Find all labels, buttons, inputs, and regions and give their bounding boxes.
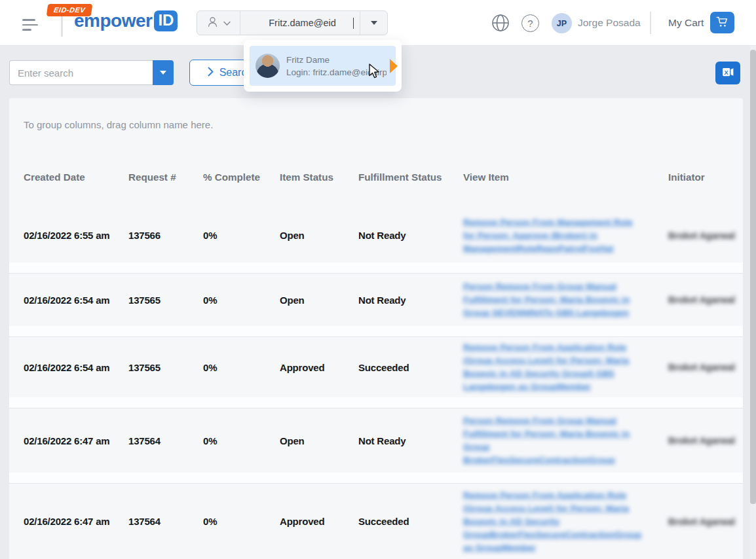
grid-body: 02/16/2022 6:55 am 137566 0% Open Not Re… <box>9 208 743 559</box>
cell-item-status: Open <box>280 295 358 306</box>
search-options-dropdown[interactable] <box>153 60 174 85</box>
table-row: 02/16/2022 6:54 am 137565 0% Open Not Re… <box>9 274 743 337</box>
view-item-line: Person Remove From Group Manual <box>463 280 646 293</box>
my-cart-label[interactable]: My Cart <box>668 17 704 29</box>
row-spacer <box>9 262 743 273</box>
cell-created-date: 02/16/2022 6:54 am <box>24 362 128 373</box>
column-header-initiator[interactable]: Initiator <box>668 171 743 183</box>
svg-text:X: X <box>724 69 728 76</box>
cell-fulfillment-status: Not Ready <box>358 230 463 241</box>
cell-created-date: 02/16/2022 6:55 am <box>24 230 128 241</box>
column-header-request[interactable]: Request # <box>128 171 203 183</box>
chevron-down-icon <box>223 17 231 29</box>
cart-button[interactable] <box>710 12 734 33</box>
cell-percent-complete: 0% <box>203 516 280 527</box>
cell-created-date: 02/16/2022 6:47 am <box>24 516 128 527</box>
column-header-complete[interactable]: % Complete <box>203 171 280 183</box>
suggestion-avatar <box>255 54 280 78</box>
grid-header-row: Created Date Request # % Complete Item S… <box>9 171 743 183</box>
table-row: 02/16/2022 6:47 am 137564 0% Open Not Re… <box>9 408 743 484</box>
table-row: 02/16/2022 6:54 am 137565 0% Approved Su… <box>9 337 743 408</box>
excel-icon: X <box>721 65 735 81</box>
cell-request-number: 137566 <box>128 230 203 241</box>
view-item-line: (Group Access Level) for Person: Maria <box>463 354 646 367</box>
user-name[interactable]: Jorge Posada <box>578 17 641 29</box>
view-item-line: (Group Access Level) for Person: Maria <box>463 502 646 515</box>
view-item-link[interactable]: Remove Person From Application Role (Gro… <box>463 341 668 393</box>
vertical-scrollbar[interactable] <box>750 46 756 559</box>
column-header-view-item[interactable]: View Item <box>463 171 668 183</box>
identity-search-control <box>197 10 388 35</box>
table-row: 02/16/2022 6:47 am 137564 0% Approved Su… <box>9 484 743 559</box>
view-item-link[interactable]: Remove Person From Management Role for P… <box>463 216 668 255</box>
identity-search-dropdown[interactable] <box>360 11 387 35</box>
cell-fulfillment-status: Not Ready <box>358 435 463 446</box>
view-item-line: Person Remove From Group Manual <box>463 414 646 427</box>
identity-search-field-wrap <box>240 11 360 35</box>
view-item-line: Remove Person From Application Role <box>463 489 646 502</box>
cell-fulfillment-status: Succeeded <box>358 362 463 373</box>
language-globe-icon[interactable] <box>491 14 510 32</box>
cart-icon <box>716 16 728 29</box>
help-icon[interactable]: ? <box>521 14 539 32</box>
search-input[interactable] <box>9 60 153 85</box>
cell-item-status: Approved <box>280 362 358 373</box>
cell-initiator: Broket Agarwal <box>668 435 743 446</box>
view-item-line: as GroupMember <box>463 541 646 554</box>
cell-initiator: Broket Agarwal <box>668 295 743 305</box>
cell-created-date: 02/16/2022 6:54 am <box>24 295 128 306</box>
mouse-cursor <box>368 63 382 82</box>
row-spacer <box>9 326 743 336</box>
logo-divider <box>61 14 63 37</box>
cell-initiator: Broket Agarwal <box>668 362 743 372</box>
view-item-line: for Person: Approve (Broken) in <box>463 229 646 242</box>
dropdown-arrow-icon <box>160 71 166 75</box>
view-item-line: Remove Person From Application Role <box>463 341 646 354</box>
column-header-created-date[interactable]: Created Date <box>24 171 128 183</box>
identity-search-input[interactable] <box>247 18 358 28</box>
cell-initiator: Broket Agarwal <box>668 230 743 241</box>
cell-percent-complete: 0% <box>203 230 280 241</box>
view-item-link[interactable]: Person Remove From Group Manual Fulfillm… <box>463 280 668 319</box>
export-excel-button[interactable]: X <box>715 62 740 84</box>
view-item-line: ManagementRoleRepoPatrolFoxHat <box>463 242 646 255</box>
cell-item-status: Open <box>280 435 358 446</box>
cell-percent-complete: 0% <box>203 362 280 373</box>
person-icon <box>206 16 219 31</box>
environment-badge: EID-DEV <box>47 4 93 16</box>
view-item-link[interactable]: Remove Person From Application Role (Gro… <box>463 489 668 554</box>
view-item-line: GroupBrokerFlexSecureContractionGroup <box>463 528 646 541</box>
expand-arrow-icon[interactable] <box>390 59 398 73</box>
cell-item-status: Approved <box>280 516 358 527</box>
header-divider <box>650 12 651 34</box>
cell-request-number: 137564 <box>128 435 203 446</box>
requests-grid-panel: To group columns, drag column name here.… <box>9 98 743 559</box>
cell-created-date: 02/16/2022 6:47 am <box>24 435 128 446</box>
view-item-line: Group <box>463 441 646 454</box>
cell-fulfillment-status: Succeeded <box>358 516 463 527</box>
user-avatar[interactable]: JP <box>552 13 572 33</box>
cell-initiator: Broket Agarwal <box>668 516 743 527</box>
dropdown-arrow-icon <box>371 21 377 25</box>
column-header-fulfillment-status[interactable]: Fulfillment Status <box>358 171 463 183</box>
view-item-line: Fulfillment for Person: Maria Bosevic in <box>463 427 646 441</box>
identity-type-selector[interactable] <box>197 11 240 35</box>
view-item-line: Remove Person From Management Role <box>463 216 646 229</box>
view-item-link[interactable]: Person Remove From Group Manual Fulfillm… <box>463 414 668 467</box>
cell-percent-complete: 0% <box>203 435 280 446</box>
menu-icon[interactable] <box>22 19 39 31</box>
text-caret <box>353 18 354 29</box>
cell-percent-complete: 0% <box>203 295 280 306</box>
view-item-line: Group SEVENNINATo GB5 Langebogen <box>463 306 646 319</box>
group-by-hint: To group columns, drag column name here. <box>24 119 213 130</box>
column-header-item-status[interactable]: Item Status <box>280 171 358 183</box>
app-screen: EID-DEV empower ID <box>0 0 756 559</box>
logo-id-mark: ID <box>154 10 178 31</box>
table-row: 02/16/2022 6:55 am 137566 0% Open Not Re… <box>9 208 743 274</box>
view-item-line: Fulfillment for Person: Maria Bosevic in <box>463 293 646 306</box>
scrollbar-thumb[interactable] <box>750 50 756 504</box>
view-item-line: Langebogen as GroupMember <box>463 380 646 393</box>
cell-request-number: 137565 <box>128 295 203 306</box>
cell-item-status: Open <box>280 230 358 241</box>
cell-fulfillment-status: Not Ready <box>358 295 463 306</box>
